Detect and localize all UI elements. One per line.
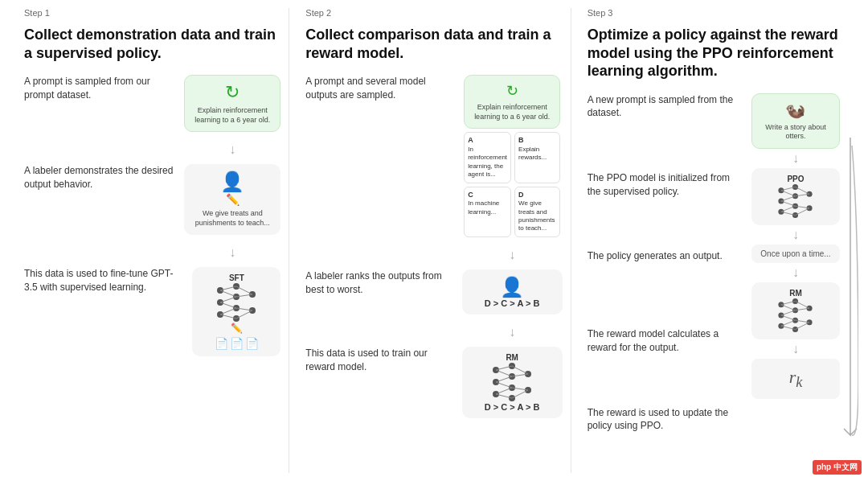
doc-icon: 📄 <box>215 337 228 350</box>
svg-line-32 <box>496 388 512 394</box>
svg-line-75 <box>796 323 810 330</box>
rank-text: D > C > A > B <box>485 298 540 308</box>
col2-arrow1: ↓ <box>462 247 563 263</box>
step1-label: Step 1 <box>24 8 280 18</box>
col3-card5: rk <box>751 359 840 399</box>
svg-line-49 <box>781 196 796 201</box>
col1-desc2: A labeler demonstrates the desired outpu… <box>24 164 176 191</box>
col1-card1: ↻ Explain reinforcement learning to a 6 … <box>184 75 280 132</box>
col2-card2: 👤 D > C > A > B <box>462 269 563 314</box>
svg-line-50 <box>781 201 796 206</box>
person-icon: 👤 <box>220 171 244 193</box>
ppo-network-icon <box>773 183 817 219</box>
col3-arr2: ↓ <box>792 228 799 241</box>
col1-card2: 👤 ✏️ We give treats and punishments to t… <box>184 164 280 234</box>
column-3: Step 3 Optimize a policy against the rew… <box>579 8 852 473</box>
col3-arr3: ↓ <box>792 266 799 279</box>
svg-line-69 <box>781 315 796 320</box>
output-text: Once upon a time... <box>760 249 830 258</box>
col2-row1: A prompt and several model outputs are s… <box>305 75 562 237</box>
svg-line-70 <box>781 320 796 326</box>
svg-line-15 <box>236 286 252 294</box>
col1-card1-caption: Explain reinforcement learning to a 6 ye… <box>191 106 273 125</box>
col3-layout: A new prompt is sampled from the dataset… <box>588 93 844 474</box>
svg-line-48 <box>781 191 796 196</box>
col2-desc2: A labeler ranks the outputs from best to… <box>305 269 453 297</box>
comp-cell-a: A In reinforcement learning, the agent i… <box>464 132 511 183</box>
col2-desc3: This data is used to train our reward mo… <box>305 347 453 374</box>
svg-line-11 <box>220 297 236 302</box>
col3-desc4: The reward model calculates a reward for… <box>588 327 743 394</box>
col1-desc1: A prompt is sampled from our prompt data… <box>24 75 176 102</box>
col1-row1: A prompt is sampled from our prompt data… <box>24 75 280 132</box>
sft-label: SFT <box>229 273 244 282</box>
col3-desc3: The policy generates an output. <box>588 249 743 316</box>
svg-line-51 <box>781 206 796 212</box>
watermark: php 中文网 <box>813 460 862 475</box>
svg-line-67 <box>781 305 796 310</box>
col1-card2-caption: We give treats and punishments to teach.… <box>190 209 274 228</box>
main-container: Step 1 Collect demonstration data and tr… <box>0 0 868 481</box>
svg-line-34 <box>512 366 528 374</box>
svg-line-29 <box>496 370 512 376</box>
comp-cell-b: B Explain rewards... <box>514 132 560 183</box>
recycle-icon2: ↻ <box>506 82 518 100</box>
col1-card3: SFT <box>192 267 280 356</box>
step2-title: Collect comparison data and train a rewa… <box>305 26 562 62</box>
column-1: Step 1 Collect demonstration data and tr… <box>16 8 289 473</box>
step3-title: Optimize a policy against the reward mod… <box>588 26 844 80</box>
ppo-label: PPO <box>787 175 804 183</box>
col2-card3: RM <box>462 347 563 418</box>
col2-arrow2: ↓ <box>462 324 563 340</box>
col1-desc3: This data is used to fine-tune GPT-3.5 w… <box>24 267 184 294</box>
col2-card1-prompt: ↻ Explain reinforcement learning to a 6 … <box>464 75 560 129</box>
rm-small-icon <box>773 298 817 333</box>
comparison-grid: A In reinforcement learning, the agent i… <box>464 132 560 237</box>
doc-icon2: 📄 <box>230 337 244 350</box>
sft-network-icon <box>212 282 260 323</box>
col3-descriptions: A new prompt is sampled from the dataset… <box>588 93 743 474</box>
step3-label: Step 3 <box>588 8 844 18</box>
rm-label1: RM <box>506 353 518 362</box>
rk-text: rk <box>789 367 803 387</box>
rm-network-icon <box>488 362 536 402</box>
pencil-icon2: ✏️ <box>231 323 243 334</box>
comp-cell-c: C In machine learning... <box>464 187 511 237</box>
col3-cards: 🦦 Write a story about otters. ↓ PPO <box>747 93 844 474</box>
rm-rank-text: D > C > A > B <box>485 402 540 412</box>
col1-row3: This data is used to fine-tune GPT-3.5 w… <box>24 267 280 356</box>
doc-icon3: 📄 <box>245 337 259 350</box>
col3-desc1: A new prompt is sampled from the dataset… <box>588 93 743 160</box>
step2-label: Step 2 <box>305 8 562 18</box>
svg-line-30 <box>496 376 512 382</box>
col3-card2: PPO <box>751 168 840 225</box>
person-icon2: 👤 <box>500 276 524 298</box>
svg-line-13 <box>220 308 236 314</box>
svg-point-41 <box>792 184 798 190</box>
comp-cell-d: D We give treats and punishments to teac… <box>514 187 560 237</box>
svg-line-37 <box>512 390 528 398</box>
svg-line-72 <box>796 301 810 308</box>
col3-card1: 🦦 Write a story about otters. <box>751 93 840 149</box>
svg-line-12 <box>220 302 236 308</box>
svg-point-44 <box>792 212 798 218</box>
svg-point-63 <box>792 327 798 332</box>
svg-line-53 <box>796 187 810 194</box>
col2-row3: This data is used to train our reward mo… <box>305 347 562 418</box>
col3-card3: Once upon a time... <box>751 245 840 263</box>
col2-prompt-caption: Explain reinforcement learning to a 6 ye… <box>471 103 553 121</box>
col3-desc2: The PPO model is initialized from the su… <box>588 171 743 238</box>
col3-card1-caption: Write a story about otters. <box>759 123 833 142</box>
svg-line-18 <box>236 310 252 319</box>
col3-desc5: The reward is used to update the policy … <box>588 406 743 473</box>
rm-label2: RM <box>789 289 802 298</box>
col2-desc1: A prompt and several model outputs are s… <box>305 75 453 102</box>
col3-arr4: ↓ <box>792 343 799 356</box>
svg-line-10 <box>220 290 236 297</box>
svg-line-68 <box>781 310 796 315</box>
col1-arrow2: ↓ <box>184 245 280 261</box>
svg-line-56 <box>796 208 810 216</box>
loop-arrow-icon <box>842 138 858 443</box>
pencil-icon: ✏️ <box>226 193 240 206</box>
col1-arrow1: ↓ <box>184 142 280 158</box>
